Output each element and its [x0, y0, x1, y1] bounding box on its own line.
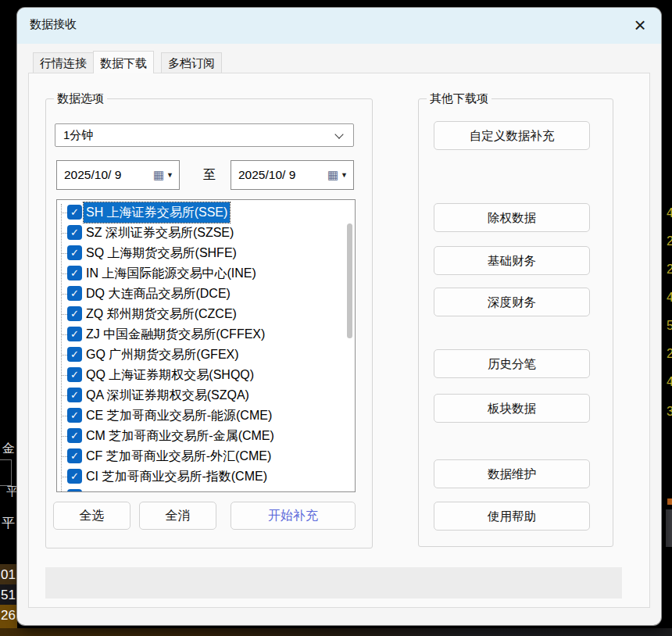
list-item-label: GQ 广州期货交易所(GFEX): [84, 345, 241, 365]
date-range-to-label: 至: [195, 160, 223, 190]
bg-text-fragment: 2: [667, 234, 672, 248]
bg-text-fragment: 平: [6, 484, 18, 499]
list-item[interactable]: ✓DQ 大连商品交易所(DCE): [57, 284, 355, 304]
dropdown-arrow-icon: ▼: [341, 171, 348, 179]
period-selected-value: 1分钟: [63, 124, 93, 146]
date-from-value: 2025/10/ 9: [64, 161, 121, 189]
custom-data-supplement-button[interactable]: 自定义数据补充: [434, 121, 590, 150]
list-item-partial[interactable]: ✓: [57, 487, 355, 492]
checkbox-checked-icon[interactable]: ✓: [67, 286, 82, 301]
list-item-label: CI 芝加哥商业交易所-指数(CME): [84, 466, 270, 487]
help-button[interactable]: 使用帮助: [434, 502, 590, 531]
checkbox-checked-icon[interactable]: ✓: [67, 205, 82, 220]
checkbox-checked-icon[interactable]: ✓: [67, 408, 82, 423]
bg-text-fragment: 51: [1, 588, 16, 603]
checkbox-checked-icon[interactable]: ✓: [67, 469, 82, 484]
status-strip: [45, 567, 622, 598]
checkbox-checked-icon[interactable]: ✓: [67, 448, 82, 463]
calendar-icon: ▦: [153, 168, 164, 181]
data-receive-dialog: 数据接收 × 行情连接 数据下载 多档订阅 数据选项 1分钟 2025/10/ …: [17, 8, 661, 625]
bg-block: [667, 498, 672, 505]
tab-multi-level-subscription[interactable]: 多档订阅: [161, 52, 222, 73]
dialog-titlebar[interactable]: 数据接收 ×: [17, 8, 661, 44]
sector-data-button[interactable]: 板块数据: [434, 394, 590, 423]
checkbox-checked-icon[interactable]: ✓: [67, 428, 82, 443]
date-picker-controls[interactable]: ▦▼: [327, 161, 348, 189]
list-item-label: SH 上海证券交易所(SSE): [84, 202, 230, 223]
checkbox-checked-icon[interactable]: ✓: [67, 388, 82, 402]
bg-box-fragment: [0, 459, 12, 486]
list-item[interactable]: ✓CM 芝加哥商业交易所-金属(CME): [57, 426, 355, 446]
exchange-list[interactable]: ✓SH 上海证券交易所(SSE) ✓SZ 深圳证券交易所(SZSE) ✓SQ 上…: [56, 199, 356, 492]
historical-tick-button[interactable]: 历史分笔: [434, 349, 590, 378]
data-maintenance-button[interactable]: 数据维护: [434, 459, 590, 488]
list-item-label: QA 深圳证券期权交易(SZQA): [84, 385, 252, 406]
list-item-label: SQ 上海期货交易所(SHFE): [84, 243, 239, 263]
list-item[interactable]: ✓QA 深圳证券期权交易(SZQA): [57, 385, 355, 406]
list-item[interactable]: ✓ZQ 郑州期货交易所(CZCE): [57, 304, 355, 324]
other-downloads-legend: 其他下载项: [427, 91, 491, 106]
list-item-label: CE 芝加哥商业交易所-能源(CME): [84, 406, 274, 426]
checkbox-checked-icon[interactable]: ✓: [67, 245, 82, 260]
checkbox-checked-icon[interactable]: ✓: [67, 327, 82, 341]
dialog-title: 数据接收: [30, 17, 77, 32]
list-item-label: CM 芝加哥商业交易所-金属(CME): [84, 426, 277, 446]
list-item[interactable]: ✓SZ 深圳证券交易所(SZSE): [57, 223, 355, 243]
basic-finance-button[interactable]: 基础财务: [434, 246, 590, 275]
list-item[interactable]: ✓CI 芝加哥商业交易所-指数(CME): [57, 466, 355, 487]
checkbox-checked-icon[interactable]: ✓: [67, 225, 82, 240]
bg-text-fragment: 01: [1, 567, 16, 583]
bg-text-fragment: 5: [667, 319, 672, 333]
period-select[interactable]: 1分钟: [55, 123, 354, 147]
date-picker-controls[interactable]: ▦▼: [153, 161, 173, 189]
bg-text-fragment: 3: [667, 405, 672, 419]
checkbox-checked-icon[interactable]: ✓: [67, 266, 82, 280]
bg-text-fragment: 平: [2, 514, 15, 532]
list-item[interactable]: ✓SQ 上海期货交易所(SHFE): [57, 243, 355, 263]
data-options-legend: 数据选项: [54, 91, 107, 106]
list-item[interactable]: ✓ZJ 中国金融期货交易所(CFFEX): [57, 324, 355, 345]
deep-finance-button[interactable]: 深度财务: [434, 288, 590, 316]
select-all-button[interactable]: 全选: [53, 502, 130, 530]
bg-text-fragment: 26: [1, 608, 16, 623]
list-item[interactable]: ✓CF 芝加哥商业交易所-外汇(CME): [57, 446, 355, 466]
start-download-button[interactable]: 开始补充: [231, 502, 356, 530]
ex-rights-data-button[interactable]: 除权数据: [434, 203, 590, 232]
checkbox-checked-icon[interactable]: ✓: [67, 306, 82, 321]
list-item[interactable]: ✓GQ 广州期货交易所(GFEX): [57, 345, 355, 365]
list-item-label: IN 上海国际能源交易中心(INE): [84, 263, 259, 284]
deselect-all-button[interactable]: 全消: [139, 502, 216, 530]
bg-text-fragment: 2: [667, 263, 672, 277]
checkbox-checked-icon[interactable]: ✓: [67, 489, 82, 492]
close-icon[interactable]: ×: [627, 13, 653, 39]
date-to-picker[interactable]: 2025/10/ 9 ▦▼: [231, 160, 354, 190]
bg-block: [666, 509, 672, 547]
list-item[interactable]: ✓QQ 上海证券期权交易(SHQQ): [57, 365, 355, 385]
list-item-label: CF 芝加哥商业交易所-外汇(CME): [84, 446, 273, 466]
calendar-icon: ▦: [327, 168, 338, 181]
list-item[interactable]: ✓CE 芝加哥商业交易所-能源(CME): [57, 406, 355, 426]
bg-text-fragment: 4: [667, 206, 672, 220]
bg-text-fragment: 4: [667, 291, 672, 305]
list-item-label: DQ 大连商品交易所(DCE): [84, 284, 233, 304]
list-item-label: ZQ 郑州期货交易所(CZCE): [84, 304, 239, 324]
tab-data-download[interactable]: 数据下载: [93, 51, 154, 73]
list-item[interactable]: ✓SH 上海证券交易所(SSE): [57, 202, 355, 223]
checkbox-checked-icon[interactable]: ✓: [67, 347, 82, 362]
bg-bottom-bar: [0, 628, 672, 636]
dropdown-arrow-icon: ▼: [166, 171, 173, 179]
list-item-label: SZ 深圳证券交易所(SZSE): [84, 223, 236, 243]
checkbox-checked-icon[interactable]: ✓: [67, 367, 82, 382]
bg-text-fragment: 2: [667, 347, 672, 361]
list-scrollbar[interactable]: [347, 223, 352, 338]
list-item[interactable]: ✓IN 上海国际能源交易中心(INE): [57, 263, 355, 284]
tab-market-connection[interactable]: 行情连接: [33, 52, 94, 73]
chevron-down-icon: [334, 130, 343, 138]
bg-text-fragment: 4: [667, 375, 672, 389]
bg-text-fragment: 金: [2, 441, 15, 457]
date-from-picker[interactable]: 2025/10/ 9 ▦▼: [56, 160, 180, 190]
date-to-value: 2025/10/ 9: [238, 161, 295, 189]
list-item-label: ZJ 中国金融期货交易所(CFFEX): [84, 324, 267, 345]
list-item-label: QQ 上海证券期权交易(SHQQ): [84, 365, 256, 385]
